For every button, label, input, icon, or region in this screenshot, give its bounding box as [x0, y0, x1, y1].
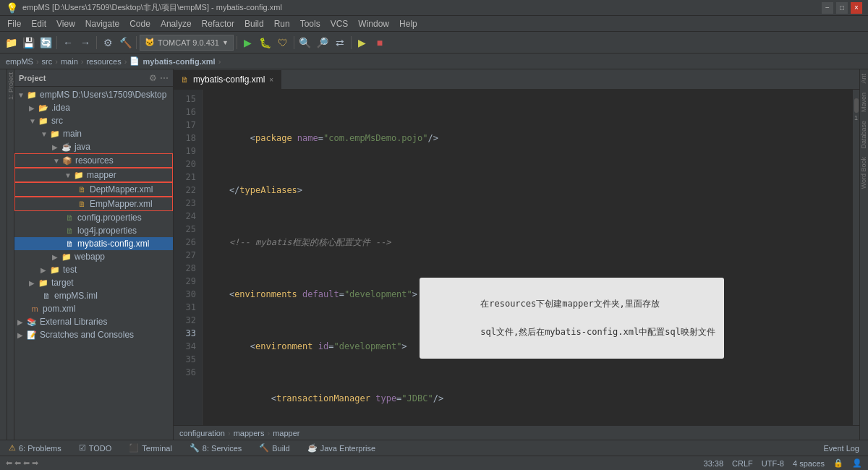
line-num-36: 36: [174, 366, 202, 379]
breadcrumb-file[interactable]: mybatis-config.xml: [142, 57, 215, 66]
replace-btn[interactable]: ⇄: [332, 35, 348, 51]
project-panel-title: Project: [19, 74, 46, 82]
menu-item-edit[interactable]: Edit: [27, 17, 51, 30]
menu-item-vcs[interactable]: VCS: [326, 17, 353, 30]
tree-item-pomxml[interactable]: m pom.xml: [14, 302, 173, 315]
line-num-18: 18: [174, 132, 202, 145]
menu-item-file[interactable]: File: [3, 17, 25, 30]
side-project-label[interactable]: 1: Project: [7, 69, 14, 103]
menu-item-navigate[interactable]: Navigate: [81, 17, 124, 30]
tab-icon-mybatis: 🗎: [181, 75, 189, 84]
tree-arrow-mapper: ▼: [64, 171, 73, 179]
tree-arrow-root: ▼: [17, 91, 26, 99]
tree-item-empiml[interactable]: 🗎 empMS.iml: [14, 289, 173, 302]
tree-item-scratches[interactable]: ▶ 📝 Scratches and Consoles: [14, 328, 173, 341]
breadcrumb-empms[interactable]: empMS: [6, 57, 33, 66]
stop-btn[interactable]: ■: [372, 35, 388, 51]
menu-item-view[interactable]: View: [52, 17, 80, 30]
debug-button[interactable]: 🐛: [258, 35, 273, 51]
tree-arrow-main: ▼: [41, 130, 49, 138]
status-crlf[interactable]: CRLF: [732, 459, 753, 468]
bottom-breadcrumb-mappers[interactable]: mappers: [234, 429, 265, 437]
editor-tab-mybatis[interactable]: 🗎 mybatis-config.xml ×: [174, 70, 281, 89]
tree-item-target[interactable]: ▶ 📁 target: [14, 276, 173, 289]
tree-item-log4j-prop[interactable]: 🗎 log4j.properties: [14, 224, 173, 237]
project-tree: ▼ 📁 empMS D:\Users\17509\Desktop ▶ 📂 .id…: [14, 87, 173, 440]
tree-arrow-src: ▼: [29, 117, 38, 125]
menu-item-help[interactable]: Help: [395, 17, 422, 30]
forward-button[interactable]: →: [77, 35, 93, 51]
grep-btn[interactable]: 🔎: [315, 35, 331, 51]
menu-item-tools[interactable]: Tools: [296, 17, 325, 30]
menu-item-build[interactable]: Build: [240, 17, 268, 30]
tree-item-test[interactable]: ▶ 📁 test: [14, 263, 173, 276]
build-icon: 🔨: [259, 443, 269, 453]
bottom-tab-build[interactable]: 🔨 Build: [256, 443, 292, 453]
status-lock-icon: 🔒: [833, 458, 843, 468]
folder-icon-java: ☕: [61, 142, 72, 152]
todo-label: TODO: [89, 444, 112, 453]
status-charset[interactable]: UTF-8: [762, 459, 784, 468]
project-options-icon[interactable]: ⋯: [160, 73, 169, 83]
tree-item-webapp[interactable]: ▶ 📁 webapp: [14, 250, 173, 263]
scrollbar-thumb[interactable]: [854, 98, 859, 113]
tree-item-mapper[interactable]: ▼ 📁 mapper: [14, 168, 173, 182]
tab-close-mybatis[interactable]: ×: [269, 76, 273, 84]
side-ant-label[interactable]: Ant: [860, 69, 868, 88]
side-maven-label[interactable]: Maven: [860, 88, 868, 116]
status-indent[interactable]: 4 spaces: [793, 459, 825, 468]
services-label: 8: Services: [203, 444, 242, 453]
maximize-button[interactable]: □: [836, 2, 848, 14]
menu-item-analyze[interactable]: Analyze: [156, 17, 196, 30]
scratches-icon: 📝: [26, 330, 38, 340]
open-button[interactable]: 📁: [3, 35, 19, 51]
menu-item-code[interactable]: Code: [125, 17, 155, 30]
bottom-tab-java-enterprise[interactable]: ☕ Java Enterprise: [305, 443, 378, 453]
prop-icon-config: 🗎: [64, 213, 75, 222]
tree-item-mybatis-config[interactable]: 🗎 mybatis-config.xml: [14, 237, 173, 250]
tree-item-main[interactable]: ▼ 📁 main: [14, 127, 173, 140]
side-database-label[interactable]: Database: [860, 116, 868, 153]
menu-item-window[interactable]: Window: [354, 17, 393, 30]
search-btn[interactable]: 🔍: [297, 35, 313, 51]
bottom-breadcrumb-mapper[interactable]: mapper: [273, 429, 299, 437]
breadcrumb-resources[interactable]: resources: [86, 57, 121, 66]
tomcat-dropdown[interactable]: 🐱 TOMCAT 9.0.431 ▼: [140, 35, 234, 51]
bottom-tab-todo[interactable]: ☑ TODO: [76, 443, 115, 453]
save-button[interactable]: 💾: [20, 35, 36, 51]
settings-button[interactable]: ⚙: [100, 35, 116, 51]
tree-item-java[interactable]: ▶ ☕ java: [14, 140, 173, 153]
bottom-tab-problems[interactable]: ⚠ 6: Problems: [6, 443, 64, 453]
breadcrumb-main[interactable]: main: [61, 57, 78, 66]
back-button[interactable]: ←: [60, 35, 76, 51]
breadcrumb-src[interactable]: src: [42, 57, 53, 66]
tree-arrow-test: ▶: [41, 266, 49, 274]
tree-item-root[interactable]: ▼ 📁 empMS D:\Users\17509\Desktop: [14, 88, 173, 101]
bottom-tab-services[interactable]: 🔧 8: Services: [187, 443, 244, 453]
side-wordbook-label[interactable]: Word Book: [860, 153, 868, 193]
run2-btn[interactable]: ▶: [354, 35, 370, 51]
tree-item-empmapper[interactable]: 🗎 EmpMapper.xml: [14, 197, 173, 211]
line-num-26: 26: [174, 236, 202, 249]
tree-item-deptmapper[interactable]: 🗎 DeptMapper.xml: [14, 182, 173, 197]
tree-label-log4j-prop: log4j.properties: [77, 226, 137, 236]
tree-item-resources[interactable]: ▼ 📦 resources: [14, 153, 173, 168]
run-button[interactable]: ▶: [240, 35, 256, 51]
bottom-breadcrumb-configuration[interactable]: configuration: [179, 429, 225, 437]
sync-button[interactable]: 🔄: [38, 35, 54, 51]
code-content[interactable]: <package name="com.empMsDemo.pojo"/> </t…: [203, 90, 852, 425]
tree-item-idea[interactable]: ▶ 📂 .idea: [14, 101, 173, 114]
tree-item-src[interactable]: ▼ 📁 src: [14, 114, 173, 127]
tree-item-ext-libs[interactable]: ▶ 📚 External Libraries: [14, 315, 173, 328]
menu-item-run[interactable]: Run: [270, 17, 294, 30]
bottom-tab-terminal[interactable]: ⬛ Terminal: [126, 443, 175, 453]
close-button[interactable]: ×: [851, 2, 862, 14]
minimize-button[interactable]: −: [822, 2, 833, 14]
project-settings-icon[interactable]: ⚙: [149, 73, 157, 83]
coverage-button[interactable]: 🛡: [275, 35, 291, 51]
bottom-tab-event-log[interactable]: Event Log: [820, 444, 862, 453]
build-button[interactable]: 🔨: [117, 35, 133, 51]
tree-item-config-prop[interactable]: 🗎 config.properties: [14, 211, 173, 224]
menu-item-refactor[interactable]: Refactor: [197, 17, 239, 30]
scrollbar-area[interactable]: 1: [852, 90, 859, 425]
